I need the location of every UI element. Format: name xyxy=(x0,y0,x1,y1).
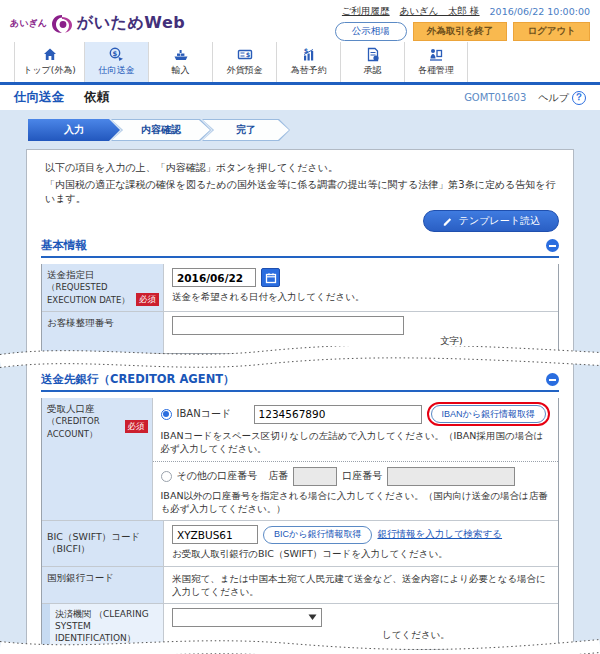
nav-approval-label: 承認 xyxy=(364,65,382,75)
bic-input[interactable] xyxy=(172,525,258,544)
execution-date-label: 送金指定日 xyxy=(47,269,95,280)
usage-history-link[interactable]: ご利用履歴 xyxy=(342,5,390,18)
nav-top[interactable]: トップ(外為) xyxy=(14,42,84,82)
other-account-help: IBAN以外の口座番号を指定される場合に入力してください。（国内向け送金の場合は… xyxy=(161,489,550,516)
dropdown-arrow-icon xyxy=(308,614,317,621)
iban-radio-label: IBANコード xyxy=(177,407,249,421)
bic-label-cell: BIC（SWIFT）コード（BICFI） xyxy=(42,521,164,565)
branch-label: 店番 xyxy=(268,469,288,483)
nav-fx-forward[interactable]: $ 為替予約 xyxy=(276,42,340,82)
nav-admin-label: 各種管理 xyxy=(418,65,454,75)
creditor-section-header: 送金先銀行（CREDITOR AGENT） xyxy=(41,372,559,387)
customer-ref-input[interactable] xyxy=(172,316,404,335)
nav-foreign-deposit-label: 外貨預金 xyxy=(227,65,263,75)
iban-input[interactable] xyxy=(254,405,422,424)
execution-date-label-en: （REQUESTED EXECUTION DATE） xyxy=(47,282,130,304)
help-label: ヘルプ xyxy=(538,91,569,105)
basic-table: 送金指定日 （REQUESTED EXECUTION DATE） 必須 xyxy=(41,264,559,354)
approval-doc-icon xyxy=(365,46,381,63)
remittance-coin-icon: $ xyxy=(108,46,125,63)
fetch-bank-by-iban-button[interactable]: IBANから銀行情報取得 xyxy=(431,405,546,423)
bic-label: BIC（SWIFT）コード（BICFI） xyxy=(47,531,158,556)
content-area: 入力 内容確認 完了 以下の項目を入力の上、「内容確認」ボタンを押してください。… xyxy=(0,110,600,651)
page-tear-bottom xyxy=(0,636,600,654)
page-tear-top xyxy=(0,346,600,372)
help-question-icon: ？ xyxy=(572,91,586,105)
iban-help: IBANコードをスペース区切りなしの左詰めで入力してください。（IBAN採用国の… xyxy=(161,429,550,456)
intro-line-2: 「内国税の適正な課税の確保を図るための国外送金等に係る調書の提出等に関する法律」… xyxy=(45,178,559,206)
account-number-label: 口座番号 xyxy=(342,469,382,483)
other-account-radio[interactable] xyxy=(161,471,172,482)
creditor-account-label-en: （CREDITOR ACCOUNT） xyxy=(47,416,100,438)
pencil-icon xyxy=(442,216,453,227)
page-title-action: 依頼 xyxy=(84,89,109,106)
step-indicator: 入力 内容確認 完了 xyxy=(28,119,574,141)
required-badge: 必須 xyxy=(125,420,148,433)
step-input-label: 入力 xyxy=(29,120,119,140)
step-input: 入力 xyxy=(28,119,120,141)
collapse-creditor-icon[interactable] xyxy=(546,373,559,386)
option-divider xyxy=(153,461,558,462)
nav-import-label: 輸入 xyxy=(172,65,190,75)
country-bank-code-help: 米国宛て、または中国本土宛て人民元建て送金など、送金内容により必要となる場合に入… xyxy=(172,572,550,599)
creditor-section-title: 送金先銀行（CREDITOR AGENT） xyxy=(41,372,235,387)
load-template-label: テンプレート読込 xyxy=(459,214,540,228)
basic-section-header: 基本情報 xyxy=(41,238,559,253)
clearing-system-select[interactable] xyxy=(172,608,322,627)
user-name-link[interactable]: あいぎん 太郎 様 xyxy=(400,5,480,18)
basic-section-divider xyxy=(41,256,559,258)
basic-section-title: 基本情報 xyxy=(41,238,87,253)
collapse-basic-icon[interactable] xyxy=(546,239,559,252)
nav-top-label: トップ(外為) xyxy=(23,65,76,75)
app-title: がいためWeb xyxy=(77,13,185,34)
execution-date-label-cell: 送金指定日 （REQUESTED EXECUTION DATE） 必須 xyxy=(42,264,164,311)
customer-ref-label: お客様整理番号 xyxy=(47,317,114,328)
svg-text:$: $ xyxy=(113,50,118,58)
creditor-account-label-cell: 受取人口座 （CREDITOR ACCOUNT） 必須 xyxy=(42,398,153,520)
nav-outward-remittance-label: 仕向送金 xyxy=(99,65,135,75)
logout-button[interactable]: ログアウト xyxy=(513,22,590,41)
country-bank-code-row: 国別銀行コード 米国宛て、または中国本土宛て人民元建て送金など、送金内容により必… xyxy=(42,567,558,605)
admin-desk-icon xyxy=(428,46,444,63)
execution-date-help: 送金を希望される日付を入力してください。 xyxy=(172,290,550,303)
login-datetime: 2016/06/22 10:00:00 xyxy=(490,6,590,17)
step-complete: 完了 xyxy=(202,119,290,141)
nav-admin[interactable]: 各種管理 xyxy=(404,42,468,82)
nav-approval[interactable]: 承認 xyxy=(340,42,404,82)
branch-input[interactable] xyxy=(293,467,337,486)
nav-import[interactable]: 輸入 xyxy=(148,42,212,82)
nav-outward-remittance[interactable]: $ 仕向送金 xyxy=(84,42,148,82)
bic-help: お受取人取引銀行のBIC（SWIFT）コードを入力してください。 xyxy=(172,547,550,560)
header: あいぎん がいためWeb ご利用履歴 あいぎん 太郎 様 2016/06/22 … xyxy=(0,0,600,42)
end-fx-button[interactable]: 外為取引を終了 xyxy=(413,22,508,41)
load-template-button[interactable]: テンプレート読込 xyxy=(423,210,559,232)
public-rates-button[interactable]: 公示相場 xyxy=(335,22,407,41)
bank-logo-icon xyxy=(50,13,74,35)
fx-chart-icon: $ xyxy=(301,46,317,63)
svg-text:$: $ xyxy=(245,51,250,59)
calendar-icon xyxy=(265,272,277,284)
ship-icon xyxy=(173,46,189,63)
header-right: ご利用履歴 あいぎん 太郎 様 2016/06/22 10:00:00 公示相場… xyxy=(335,5,590,42)
country-bank-code-label: 国別銀行コード xyxy=(47,572,114,583)
page-title-bar: 仕向送金 依頼 GOMT01603 ヘルプ ？ xyxy=(0,85,600,110)
execution-date-row: 送金指定日 （REQUESTED EXECUTION DATE） 必須 xyxy=(42,264,558,312)
home-icon xyxy=(42,46,58,63)
iban-radio[interactable] xyxy=(161,409,172,420)
fetch-bank-by-bic-button[interactable]: BICから銀行情報取得 xyxy=(263,526,372,544)
bic-row: BIC（SWIFT）コード（BICFI） BICから銀行情報取得 銀行情報を入力… xyxy=(42,521,558,566)
app-logo: あいぎん がいためWeb xyxy=(10,5,185,42)
search-bank-info-link[interactable]: 銀行情報を入力して検索する xyxy=(377,528,502,541)
step-confirm: 内容確認 xyxy=(111,119,211,141)
clearing-label: 決済機関 xyxy=(55,609,91,619)
creditor-account-label: 受取人口座 xyxy=(47,403,95,414)
creditor-account-row: 受取人口座 （CREDITOR ACCOUNT） 必須 IBANコード IBAN… xyxy=(42,398,558,521)
help-link[interactable]: ヘルプ ？ xyxy=(538,91,586,105)
creditor-section-divider xyxy=(41,390,559,392)
step-confirm-label: 内容確認 xyxy=(112,120,210,140)
account-number-input[interactable] xyxy=(387,467,515,486)
calendar-button[interactable] xyxy=(261,268,280,287)
nav-foreign-deposit[interactable]: $ 外貨預金 xyxy=(212,42,276,82)
global-nav: トップ(外為) $ 仕向送金 輸入 $ 外貨預金 $ 為替予約 xyxy=(0,42,600,85)
execution-date-input[interactable] xyxy=(172,268,256,287)
